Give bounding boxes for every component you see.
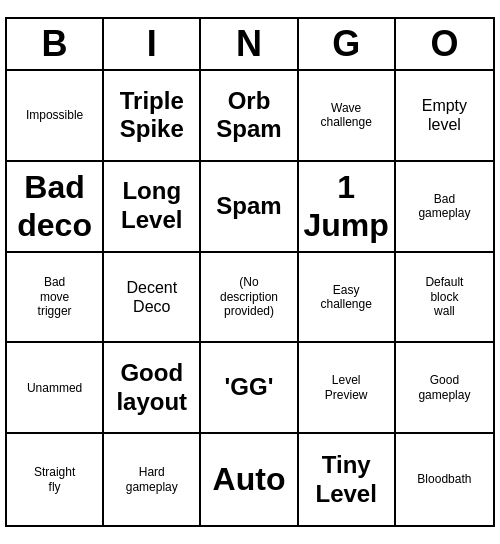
header-letter: I	[104, 19, 201, 69]
cell-text: Long Level	[121, 177, 182, 235]
cell-text: Wave challenge	[321, 101, 372, 130]
cell-text: Bad gameplay	[418, 192, 470, 221]
cell-text: Straight fly	[34, 465, 75, 494]
cell-text: Default block wall	[425, 275, 463, 318]
header-letter: G	[299, 19, 396, 69]
cell-text: Triple Spike	[120, 87, 184, 145]
cell-text: Good layout	[116, 359, 187, 417]
bingo-cell: Good gameplay	[396, 343, 493, 434]
bingo-cell: Hard gameplay	[104, 434, 201, 525]
cell-text: Hard gameplay	[126, 465, 178, 494]
bingo-cell: Level Preview	[299, 343, 396, 434]
bingo-cell: Unammed	[7, 343, 104, 434]
cell-text: Spam	[216, 192, 281, 221]
cell-text: Impossible	[26, 108, 83, 122]
bingo-cell: Bloodbath	[396, 434, 493, 525]
bingo-cell: Bad gameplay	[396, 162, 493, 253]
bingo-header: BINGO	[7, 19, 493, 71]
bingo-cell: Decent Deco	[104, 253, 201, 344]
bingo-cell: Auto	[201, 434, 298, 525]
cell-text: Bad move trigger	[38, 275, 72, 318]
bingo-cell: Bad deco	[7, 162, 104, 253]
cell-text: Unammed	[27, 381, 82, 395]
bingo-cell: Orb Spam	[201, 71, 298, 162]
bingo-cell: Long Level	[104, 162, 201, 253]
cell-text: Level Preview	[325, 373, 368, 402]
cell-text: Good gameplay	[418, 373, 470, 402]
header-letter: B	[7, 19, 104, 69]
bingo-cell: Triple Spike	[104, 71, 201, 162]
cell-text: Tiny Level	[316, 451, 377, 509]
cell-text: Bloodbath	[417, 472, 471, 486]
bingo-cell: 1 Jump	[299, 162, 396, 253]
cell-text: Orb Spam	[216, 87, 281, 145]
bingo-cell: 'GG'	[201, 343, 298, 434]
cell-text: 1 Jump	[304, 168, 389, 245]
bingo-cell: Tiny Level	[299, 434, 396, 525]
cell-text: (No description provided)	[220, 275, 278, 318]
bingo-card: BINGO ImpossibleTriple SpikeOrb SpamWave…	[5, 17, 495, 527]
cell-text: 'GG'	[225, 373, 274, 402]
bingo-cell: Wave challenge	[299, 71, 396, 162]
bingo-cell: Straight fly	[7, 434, 104, 525]
cell-text: Auto	[213, 460, 286, 498]
bingo-cell: Default block wall	[396, 253, 493, 344]
bingo-cell: Impossible	[7, 71, 104, 162]
bingo-grid: ImpossibleTriple SpikeOrb SpamWave chall…	[7, 71, 493, 525]
cell-text: Bad deco	[17, 168, 92, 245]
bingo-cell: Empty level	[396, 71, 493, 162]
bingo-cell: Bad move trigger	[7, 253, 104, 344]
bingo-cell: Easy challenge	[299, 253, 396, 344]
cell-text: Decent Deco	[126, 278, 177, 316]
header-letter: N	[201, 19, 298, 69]
cell-text: Easy challenge	[321, 283, 372, 312]
bingo-cell: Good layout	[104, 343, 201, 434]
bingo-cell: Spam	[201, 162, 298, 253]
header-letter: O	[396, 19, 493, 69]
cell-text: Empty level	[422, 96, 467, 134]
bingo-cell: (No description provided)	[201, 253, 298, 344]
